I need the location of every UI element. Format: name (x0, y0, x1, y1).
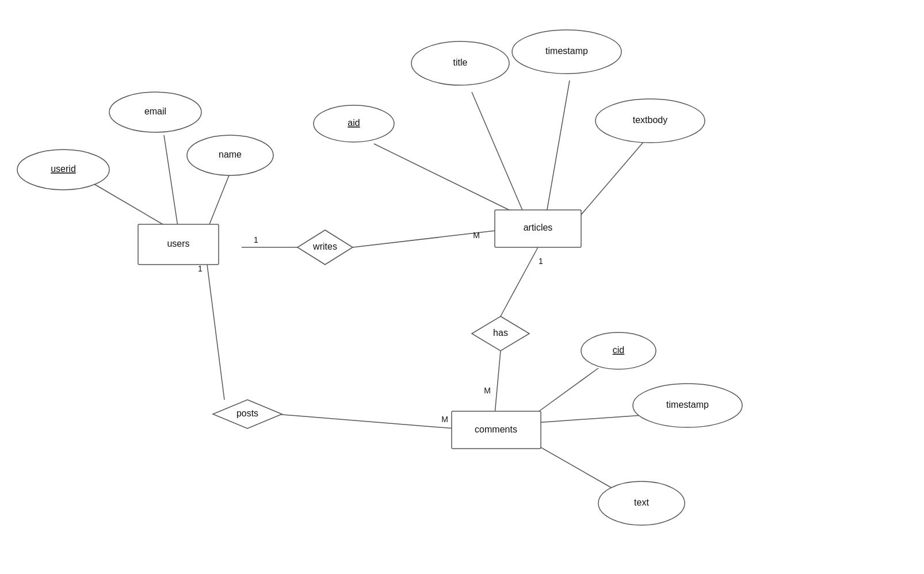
cardinality-posts-users: 1 (198, 264, 203, 273)
svg-line-10 (495, 351, 501, 414)
relationship-writes-label: writes (312, 242, 337, 251)
attribute-userid-label: userid (51, 164, 76, 174)
attribute-text-label: text (634, 498, 649, 507)
cardinality-has-comments: M (484, 386, 491, 395)
svg-line-5 (374, 144, 515, 213)
svg-line-0 (89, 181, 173, 230)
attribute-aid-label: aid (348, 118, 360, 128)
svg-line-12 (276, 414, 455, 428)
svg-line-8 (575, 141, 644, 221)
attribute-name-label: name (219, 150, 242, 159)
attribute-cid-label: cid (613, 345, 624, 355)
er-diagram: users articles comments writes has posts… (0, 0, 924, 574)
svg-line-9 (501, 247, 538, 316)
attribute-textbody-label: textbody (633, 115, 667, 125)
attribute-timestamp-articles-label: timestamp (545, 46, 588, 56)
entity-comments-label: comments (475, 424, 517, 434)
svg-line-13 (535, 368, 598, 414)
relationship-has-label: has (493, 328, 508, 338)
attribute-email-label: email (144, 106, 166, 116)
cardinality-writes-articles: M (473, 231, 480, 240)
svg-line-1 (164, 135, 178, 230)
svg-line-2 (207, 173, 230, 230)
svg-line-7 (547, 81, 570, 213)
svg-line-11 (207, 265, 224, 400)
cardinality-posts-comments: M (441, 415, 448, 424)
entity-users-label: users (167, 239, 189, 248)
attribute-title-label: title (453, 58, 468, 67)
cardinality-has-articles: 1 (539, 257, 543, 266)
entity-articles-label: articles (524, 223, 553, 232)
svg-line-6 (472, 92, 524, 213)
relationship-posts-label: posts (236, 408, 258, 418)
cardinality-writes-users: 1 (254, 235, 258, 244)
attribute-timestamp-comments-label: timestamp (666, 400, 709, 410)
